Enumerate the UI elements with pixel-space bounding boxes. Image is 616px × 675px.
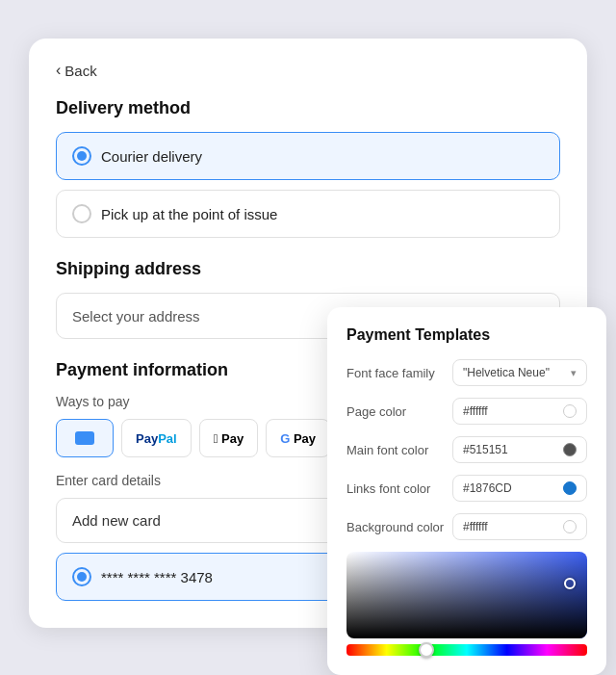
bg-color-value: #ffffff bbox=[463, 520, 488, 533]
main-font-value: #515151 bbox=[463, 443, 508, 456]
back-link[interactable]: ‹ Back bbox=[56, 62, 560, 79]
address-placeholder: Select your address bbox=[72, 308, 200, 325]
page-wrapper: ‹ Back Delivery method Courier delivery … bbox=[19, 19, 597, 675]
links-font-label: Links font color bbox=[346, 481, 452, 496]
delivery-option-pickup[interactable]: Pick up at the point of issue bbox=[56, 190, 560, 238]
back-label: Back bbox=[64, 63, 96, 79]
delivery-section: Delivery method Courier delivery Pick up… bbox=[56, 98, 560, 238]
page-color-box[interactable]: #ffffff bbox=[452, 398, 587, 425]
main-font-dot bbox=[563, 443, 577, 456]
template-row-bg-color: Background color #ffffff bbox=[346, 513, 587, 540]
saved-card-number: **** **** **** 3478 bbox=[101, 569, 213, 585]
links-font-box[interactable]: #1876CD bbox=[452, 475, 587, 502]
templates-title: Payment Templates bbox=[346, 326, 587, 344]
page-color-value: #ffffff bbox=[463, 404, 488, 418]
payment-btn-applepay[interactable]:  Pay bbox=[199, 419, 259, 457]
template-row-font: Font face family "Helvetica Neue" ▾ bbox=[346, 359, 587, 386]
radio-circle-courier bbox=[72, 146, 91, 166]
links-font-dot bbox=[563, 481, 577, 495]
bg-color-dot bbox=[563, 520, 577, 533]
apple-pay-text:  Pay bbox=[214, 431, 244, 446]
color-hue-bar[interactable] bbox=[346, 644, 587, 656]
saved-card-radio-inner bbox=[77, 572, 87, 582]
payment-btn-card[interactable] bbox=[56, 419, 114, 457]
font-family-label: Font face family bbox=[346, 366, 452, 380]
pickup-label: Pick up at the point of issue bbox=[101, 206, 277, 222]
color-picker-area[interactable] bbox=[346, 552, 587, 638]
template-row-main-font: Main font color #515151 bbox=[346, 436, 587, 463]
paypal-text: PayPal bbox=[136, 431, 177, 446]
delivery-title: Delivery method bbox=[56, 98, 560, 118]
font-family-select[interactable]: "Helvetica Neue" ▾ bbox=[452, 359, 587, 386]
card-strip-main bbox=[75, 431, 94, 445]
radio-circle-pickup bbox=[72, 204, 91, 223]
card-icon bbox=[75, 431, 94, 445]
courier-label: Courier delivery bbox=[101, 148, 202, 165]
main-font-box[interactable]: #515151 bbox=[452, 436, 587, 463]
font-family-value: "Helvetica Neue" bbox=[463, 366, 550, 379]
shipping-title: Shipping address bbox=[56, 259, 560, 279]
saved-card-radio bbox=[72, 567, 91, 586]
radio-inner-courier bbox=[77, 151, 87, 161]
bg-color-label: Background color bbox=[346, 520, 452, 534]
template-row-links-font: Links font color #1876CD bbox=[346, 475, 587, 502]
bg-color-box[interactable]: #ffffff bbox=[452, 513, 587, 540]
color-picker-gradient bbox=[346, 552, 587, 638]
templates-panel: Payment Templates Font face family "Helv… bbox=[327, 307, 606, 675]
hue-cursor bbox=[419, 642, 434, 658]
payment-btn-googlepay[interactable]: G Pay bbox=[266, 419, 330, 457]
payment-btn-paypal[interactable]: PayPal bbox=[121, 419, 192, 457]
page-color-dot bbox=[563, 404, 577, 418]
google-pay-text: G Pay bbox=[280, 431, 316, 446]
color-picker-cursor bbox=[564, 578, 576, 589]
template-row-page-color: Page color #ffffff bbox=[346, 398, 587, 425]
links-font-value: #1876CD bbox=[463, 481, 512, 495]
dropdown-arrow-icon: ▾ bbox=[571, 367, 577, 379]
back-chevron-icon: ‹ bbox=[56, 62, 61, 79]
page-color-label: Page color bbox=[346, 404, 452, 419]
main-font-label: Main font color bbox=[346, 443, 452, 457]
delivery-option-courier[interactable]: Courier delivery bbox=[56, 132, 560, 180]
